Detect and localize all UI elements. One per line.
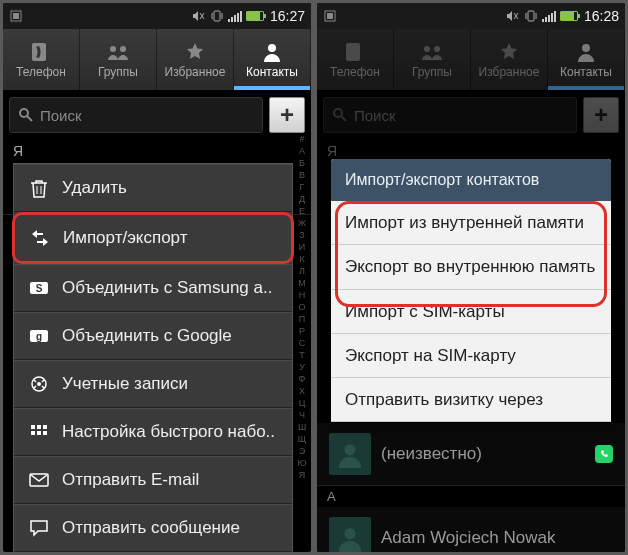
dialog-import-sim[interactable]: Импорт с SIM-карты [331, 290, 611, 334]
menu-delete[interactable]: Удалить [14, 164, 292, 212]
import-export-icon [29, 227, 51, 249]
phone-icon [343, 41, 367, 63]
section-a: A [317, 486, 625, 507]
tab-bar: Телефон Группы Избранное Контакты [317, 29, 625, 91]
menu-label: Объединить с Samsung a.. [62, 278, 272, 298]
battery-icon [246, 11, 264, 21]
phone-right: 16:28 Телефон Группы Избранное Контакты [317, 3, 625, 552]
svg-text:g: g [36, 331, 42, 342]
star-icon [497, 41, 521, 63]
contact-row-unknown[interactable]: (неизвестно) [317, 423, 625, 486]
battery-icon [560, 11, 578, 21]
menu-import-export[interactable]: Импорт/экспорт [12, 212, 294, 264]
tab-label: Контакты [560, 65, 612, 79]
search-icon [18, 107, 34, 123]
menu-accounts[interactable]: Учетные записи [14, 360, 292, 408]
whatsapp-icon [595, 445, 613, 463]
speed-dial-icon [28, 421, 50, 443]
tab-label: Телефон [16, 65, 66, 79]
context-menu: Удалить Импорт/экспорт S Объединить с Sa… [13, 163, 293, 552]
trash-icon [28, 177, 50, 199]
search-input[interactable]: Поиск [9, 97, 263, 133]
avatar [329, 517, 371, 552]
tab-label: Телефон [330, 65, 380, 79]
tab-phone[interactable]: Телефон [3, 29, 80, 90]
svg-point-20 [37, 382, 41, 386]
import-export-dialog: Импорт/экспорт контактов Импорт из внутр… [331, 159, 611, 422]
svg-rect-32 [528, 11, 534, 21]
svg-line-12 [27, 116, 32, 121]
tab-contacts[interactable]: Контакты [548, 29, 625, 90]
menu-label: Удалить [62, 178, 127, 198]
index-scroller[interactable]: #АБВГДЕЖЗИКЛМНОПРСТУФХЦЧШЩЭЮЯ [295, 133, 309, 481]
accounts-icon [28, 373, 50, 395]
contact-row[interactable]: Adam Wojciech Nowak [317, 507, 625, 552]
tab-favorites[interactable]: Избранное [157, 29, 234, 90]
vibrate-icon [524, 9, 538, 23]
menu-label: Объединить с Google [62, 326, 232, 346]
svg-point-41 [344, 444, 355, 455]
tab-label: Группы [98, 65, 138, 79]
tab-phone[interactable]: Телефон [317, 29, 394, 90]
svg-point-9 [120, 46, 126, 52]
dialog-title: Импорт/экспорт контактов [331, 159, 611, 201]
avatar [329, 433, 371, 475]
section-letter: Я [3, 139, 311, 163]
tab-favorites[interactable]: Избранное [471, 29, 548, 90]
contact-name: (неизвестно) [381, 444, 482, 464]
search-placeholder: Поиск [354, 107, 396, 124]
tab-groups[interactable]: Группы [80, 29, 157, 90]
vibrate-icon [210, 9, 224, 23]
mute-icon [192, 9, 206, 23]
search-row: Поиск + [3, 91, 311, 139]
dialog-send-vcard[interactable]: Отправить визитку через [331, 378, 611, 422]
svg-rect-35 [346, 43, 360, 61]
person-icon [260, 41, 284, 63]
svg-point-10 [268, 44, 276, 52]
search-placeholder: Поиск [40, 107, 82, 124]
svg-text:S: S [36, 283, 43, 294]
svg-point-36 [424, 46, 430, 52]
add-contact-button[interactable]: + [583, 97, 619, 133]
status-time: 16:28 [584, 8, 619, 24]
menu-merge-samsung[interactable]: S Объединить с Samsung a.. [14, 264, 292, 312]
menu-speed-dial[interactable]: Настройка быстрого набо.. [14, 408, 292, 456]
google-icon: g [28, 325, 50, 347]
menu-send-email[interactable]: Отправить E-mail [14, 456, 292, 504]
tab-label: Контакты [246, 65, 298, 79]
svg-point-38 [582, 44, 590, 52]
tab-label: Избранное [479, 65, 540, 79]
dialog-import-internal[interactable]: Импорт из внутренней памяти [331, 201, 611, 245]
svg-rect-25 [37, 431, 41, 435]
tab-label: Группы [412, 65, 452, 79]
add-contact-button[interactable]: + [269, 97, 305, 133]
tab-bar: Телефон Группы Избранное Контакты [3, 29, 311, 91]
svg-rect-29 [327, 13, 333, 19]
svg-rect-1 [13, 13, 19, 19]
menu-label: Импорт/экспорт [63, 228, 188, 248]
app-icon [323, 9, 337, 23]
tab-groups[interactable]: Группы [394, 29, 471, 90]
signal-icon [542, 10, 556, 22]
message-icon [28, 517, 50, 539]
menu-label: Учетные записи [62, 374, 188, 394]
app-icon [9, 9, 23, 23]
dialog-export-sim[interactable]: Экспорт на SIM-карту [331, 334, 611, 378]
search-input[interactable]: Поиск [323, 97, 577, 133]
svg-rect-21 [31, 425, 35, 429]
samsung-icon: S [28, 277, 50, 299]
search-row: Поиск + [317, 91, 625, 139]
status-time: 16:27 [270, 8, 305, 24]
search-icon [332, 107, 348, 123]
menu-label: Отправить сообщение [62, 518, 240, 538]
menu-send-message[interactable]: Отправить сообщение [14, 504, 292, 552]
phone-icon [29, 41, 53, 63]
svg-rect-23 [43, 425, 47, 429]
tab-contacts[interactable]: Контакты [234, 29, 311, 90]
svg-line-40 [341, 116, 346, 121]
email-icon [28, 469, 50, 491]
dialog-export-internal[interactable]: Экспорт во внутреннюю память [331, 245, 611, 289]
contacts-background: (неизвестно) A Adam Wojciech Nowak [317, 423, 625, 552]
status-bar: 16:28 [317, 3, 625, 29]
menu-merge-google[interactable]: g Объединить с Google [14, 312, 292, 360]
